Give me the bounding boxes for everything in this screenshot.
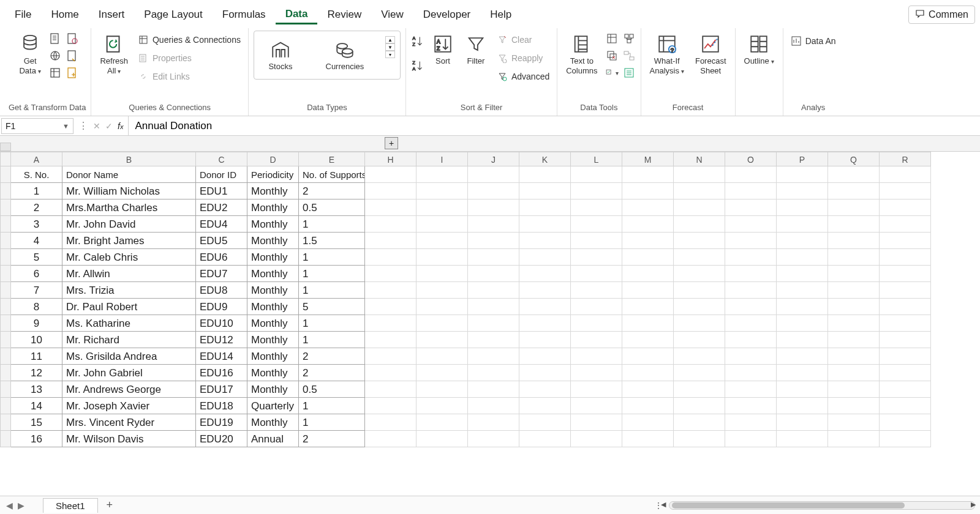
cell[interactable]	[365, 166, 417, 183]
cell[interactable]: EDU20	[196, 431, 247, 447]
cell[interactable]: 4	[11, 233, 62, 249]
cell[interactable]	[622, 332, 674, 348]
cell[interactable]	[365, 266, 417, 282]
cell[interactable]	[828, 381, 880, 398]
row-header[interactable]	[0, 381, 11, 398]
cell[interactable]	[880, 166, 931, 183]
cell[interactable]: Donor Name	[62, 166, 196, 183]
cell[interactable]	[417, 299, 468, 315]
menu-page-layout[interactable]: Page Layout	[134, 6, 212, 23]
outline-button[interactable]: Outline	[741, 31, 778, 69]
cell[interactable]	[365, 282, 417, 299]
cell[interactable]: Monthly	[247, 332, 299, 348]
cell[interactable]	[674, 299, 725, 315]
cell[interactable]	[828, 332, 880, 348]
cell[interactable]	[519, 183, 571, 199]
horizontal-scrollbar[interactable]: ◀ ▶	[669, 501, 975, 510]
data-validation-button[interactable]	[605, 66, 619, 80]
cell[interactable]	[880, 282, 931, 299]
cell[interactable]: Monthly	[247, 183, 299, 199]
sort-button[interactable]: AZ Sort	[428, 31, 458, 69]
row-header[interactable]	[0, 216, 11, 233]
row-header[interactable]	[0, 332, 11, 348]
cell[interactable]	[571, 266, 622, 282]
cell[interactable]: EDU10	[196, 315, 247, 332]
cell[interactable]	[828, 348, 880, 365]
cell[interactable]	[725, 365, 777, 381]
cell[interactable]	[828, 414, 880, 431]
row-header[interactable]	[0, 398, 11, 414]
cell[interactable]	[725, 431, 777, 447]
cell[interactable]	[777, 199, 828, 216]
cell[interactable]	[417, 199, 468, 216]
cell[interactable]	[519, 233, 571, 249]
cell[interactable]	[777, 431, 828, 447]
cell[interactable]: EDU19	[196, 414, 247, 431]
data-analysis-button[interactable]: Data An	[788, 31, 839, 48]
cell[interactable]	[725, 216, 777, 233]
cell[interactable]	[880, 183, 931, 199]
cell[interactable]	[519, 365, 571, 381]
cell[interactable]: Monthly	[247, 233, 299, 249]
cell[interactable]	[365, 398, 417, 414]
cell[interactable]	[725, 166, 777, 183]
cell[interactable]	[828, 266, 880, 282]
cell[interactable]	[468, 414, 519, 431]
cell[interactable]	[468, 199, 519, 216]
cell[interactable]: EDU12	[196, 332, 247, 348]
cell[interactable]	[674, 348, 725, 365]
cell[interactable]	[571, 332, 622, 348]
advanced-filter-button[interactable]: Advanced	[494, 70, 552, 83]
cell[interactable]	[777, 166, 828, 183]
cell[interactable]: Periodicity	[247, 166, 299, 183]
cell[interactable]	[622, 266, 674, 282]
cell[interactable]	[674, 381, 725, 398]
cell[interactable]	[365, 414, 417, 431]
cell[interactable]: Ms. Katharine	[62, 315, 196, 332]
tab-prev-button[interactable]: ◀	[6, 501, 13, 510]
col-header-E[interactable]: E	[299, 152, 365, 166]
cell[interactable]: Monthly	[247, 282, 299, 299]
cell[interactable]	[571, 299, 622, 315]
cell[interactable]: 5	[299, 299, 365, 315]
cell[interactable]	[674, 266, 725, 282]
from-web-button[interactable]	[48, 49, 62, 62]
cell[interactable]	[468, 332, 519, 348]
cell[interactable]	[674, 249, 725, 266]
cell[interactable]: 7	[11, 282, 62, 299]
cell[interactable]	[519, 249, 571, 266]
cell[interactable]: 9	[11, 315, 62, 332]
cell[interactable]	[571, 233, 622, 249]
cell[interactable]	[622, 431, 674, 447]
cell[interactable]	[417, 216, 468, 233]
cell[interactable]	[880, 249, 931, 266]
cell[interactable]: Mrs.Martha Charles	[62, 199, 196, 216]
row-header[interactable]	[0, 315, 11, 332]
cell[interactable]	[880, 233, 931, 249]
col-header-H[interactable]: H	[365, 152, 417, 166]
fb-more[interactable]: ⋮	[78, 120, 88, 132]
cell[interactable]	[622, 199, 674, 216]
cell[interactable]	[777, 299, 828, 315]
cell[interactable]	[468, 266, 519, 282]
cell[interactable]	[365, 332, 417, 348]
cell[interactable]	[880, 398, 931, 414]
cell[interactable]	[571, 249, 622, 266]
cell[interactable]	[571, 166, 622, 183]
cell[interactable]: 2	[299, 365, 365, 381]
cell[interactable]: Mr. Allwin	[62, 266, 196, 282]
cell[interactable]: Mrs. Trizia	[62, 282, 196, 299]
cell[interactable]: EDU5	[196, 233, 247, 249]
sort-asc-button[interactable]: AZ	[411, 34, 424, 48]
cell[interactable]	[880, 266, 931, 282]
recent-sources-button[interactable]	[66, 32, 79, 45]
cell[interactable]	[468, 398, 519, 414]
cell[interactable]: 1	[299, 216, 365, 233]
cell[interactable]: 2	[299, 431, 365, 447]
cell[interactable]	[828, 183, 880, 199]
cell[interactable]: Mr. John Gabriel	[62, 365, 196, 381]
cell[interactable]	[365, 199, 417, 216]
col-header-O[interactable]: O	[725, 152, 777, 166]
reapply-button[interactable]: Reapply	[494, 51, 552, 65]
cell[interactable]: 13	[11, 381, 62, 398]
